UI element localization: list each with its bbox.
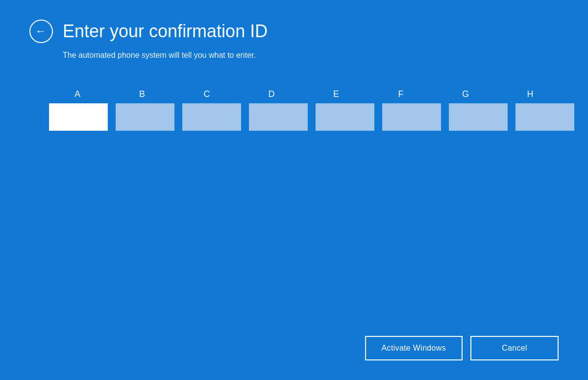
header: ← Enter your confirmation ID (29, 20, 559, 43)
input-fields-row (49, 103, 559, 131)
inputs-section: A B C D E F G H (49, 89, 559, 131)
input-f[interactable] (382, 103, 441, 131)
input-e[interactable] (316, 103, 374, 131)
footer-buttons: Activate Windows Cancel (365, 336, 559, 360)
back-arrow-icon: ← (35, 26, 46, 37)
activate-windows-button[interactable]: Activate Windows (365, 336, 463, 360)
label-e: E (308, 89, 365, 99)
input-labels-row: A B C D E F G H (49, 89, 559, 99)
input-h[interactable] (515, 103, 574, 131)
label-h: H (502, 89, 559, 99)
label-g: G (437, 89, 494, 99)
label-b: B (114, 89, 171, 99)
input-g[interactable] (449, 103, 508, 131)
label-c: C (178, 89, 235, 99)
label-f: F (372, 89, 429, 99)
input-a[interactable] (49, 103, 108, 131)
label-a: A (49, 89, 106, 99)
label-d: D (243, 89, 300, 99)
subtitle: The automated phone system will tell you… (63, 51, 559, 60)
input-c[interactable] (182, 103, 241, 131)
cancel-button[interactable]: Cancel (470, 336, 559, 360)
input-d[interactable] (249, 103, 308, 131)
page-title: Enter your confirmation ID (63, 21, 268, 42)
input-b[interactable] (116, 103, 174, 131)
back-button[interactable]: ← (29, 20, 53, 43)
page-container: ← Enter your confirmation ID The automat… (0, 0, 588, 380)
